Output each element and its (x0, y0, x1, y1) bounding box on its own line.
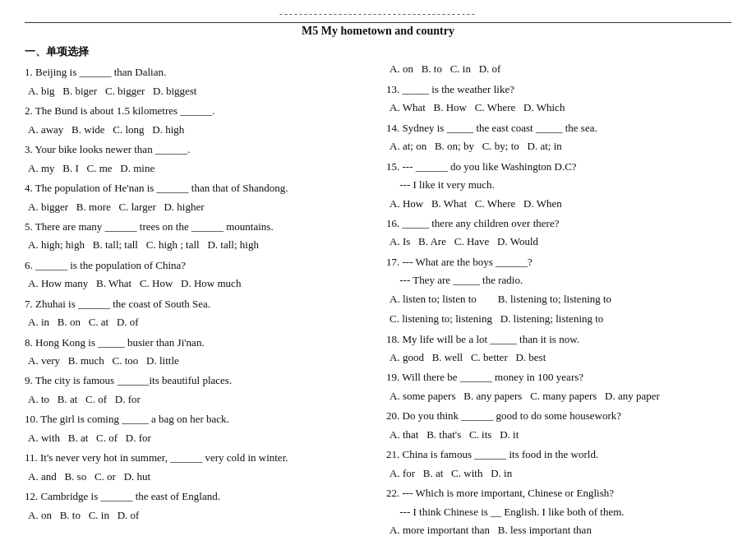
question-3: 3. Your bike looks newer than ______. (25, 141, 370, 158)
options-10: A. with B. at C. of D. for (25, 429, 370, 446)
question-4: 4. The population of He'nan is ______ th… (25, 179, 370, 196)
question-10: 10. The girl is coming _____ a bag on he… (25, 410, 370, 427)
page-title: M5 My hometown and country (25, 25, 731, 38)
options-2: A. away B. wide C. long D. high (25, 121, 370, 138)
options-14: A. at; on B. on; by C. by; to D. at; in (386, 137, 731, 155)
right-column: 单项选择 A. on B. to C. in D. of 13. _____ i… (386, 43, 731, 536)
question-7: 7. Zhuhai is ______ the coast of South S… (25, 295, 370, 312)
question-8: 8. Hong Kong is _____ busier than Ji'nan… (25, 334, 370, 351)
question-22b: --- I think Chinese is __ English. I lik… (386, 503, 731, 520)
question-15a: 15. --- ______ do you like Washington D.… (386, 158, 731, 175)
question-14: 14. Sydney is _____ the east coast _____… (386, 119, 731, 136)
top-line (25, 22, 731, 23)
left-column: 一、单项选择 1. Beijing is ______ than Dalian.… (25, 43, 370, 536)
options-12-right: A. on B. to C. in D. of (386, 60, 731, 77)
question-17a: 17. --- What are the boys ______? (386, 253, 731, 270)
question-6: 6. ______ is the population of China? (25, 256, 370, 274)
question-22a: 22. --- Which is more important, Chinese… (386, 484, 731, 501)
options-17a: A. listen to; listen to B. listening to;… (386, 290, 731, 307)
options-9: A. to B. at C. of D. for (25, 390, 370, 408)
question-13: 13. _____ is the weather like? (386, 81, 731, 98)
question-21: 21. China is famous ______ its food in t… (386, 446, 731, 463)
options-15: A. How B. What C. Where D. When (386, 195, 731, 212)
options-3: A. my B. I C. me D. mine (25, 159, 370, 177)
question-9: 9. The city is famous ______its beautifu… (25, 372, 370, 389)
question-20: 20. Do you think ______ good to do some … (386, 407, 731, 424)
options-20: A. that B. that's C. its D. it (386, 426, 731, 443)
question-11: 11. It's never very hot in summer, _____… (25, 449, 370, 466)
options-8: A. very B. much C. too D. little (25, 352, 370, 369)
options-1: A. big B. biger C. bigger D. biggest (25, 82, 370, 99)
question-16: 16. _____ there any children over there? (386, 215, 731, 232)
options-21: A. for B. at C. with D. in (386, 464, 731, 482)
question-17b: --- They are _____ the radio. (386, 271, 731, 289)
options-18: A. good B. well C. better D. best (386, 349, 731, 366)
options-11: A. and B. so C. or D. hut (25, 468, 370, 485)
question-12: 12. Cambridge is ______ the east of Engl… (25, 487, 370, 505)
options-16: A. Is B. Are C. Have D. Would (386, 233, 731, 250)
question-2: 2. The Bund is about 1.5 kilometres ____… (25, 102, 370, 119)
options-17b: C. listening to; listening D. listening;… (386, 310, 731, 327)
options-22: A. more important than B. less important… (386, 521, 731, 536)
options-4: A. bigger B. more C. larger D. higher (25, 198, 370, 215)
section-title: 一、单项选择 (25, 43, 370, 60)
question-5: 5. There are many ______ trees on the __… (25, 218, 370, 235)
question-18: 18. My life will be a lot _____ than it … (386, 330, 731, 348)
options-7: A. in B. on C. at D. of (25, 313, 370, 330)
options-12: A. on B. to C. in D. of (25, 506, 370, 524)
top-divider: ---------------------------------------- (25, 8, 731, 21)
question-19: 19. Will there be ______ money in 100 ye… (386, 368, 731, 386)
options-13: A. What B. How C. Where D. Which (386, 99, 731, 116)
options-5: A. high; high B. tall; tall C. high ; ta… (25, 236, 370, 253)
main-content: 一、单项选择 1. Beijing is ______ than Dalian.… (25, 43, 731, 536)
options-6: A. How many B. What C. How D. How much (25, 275, 370, 292)
options-19: A. some papers B. any papers C. many pap… (386, 387, 731, 404)
question-15b: --- I like it very much. (386, 176, 731, 193)
question-1: 1. Beijing is ______ than Dalian. (25, 63, 370, 81)
